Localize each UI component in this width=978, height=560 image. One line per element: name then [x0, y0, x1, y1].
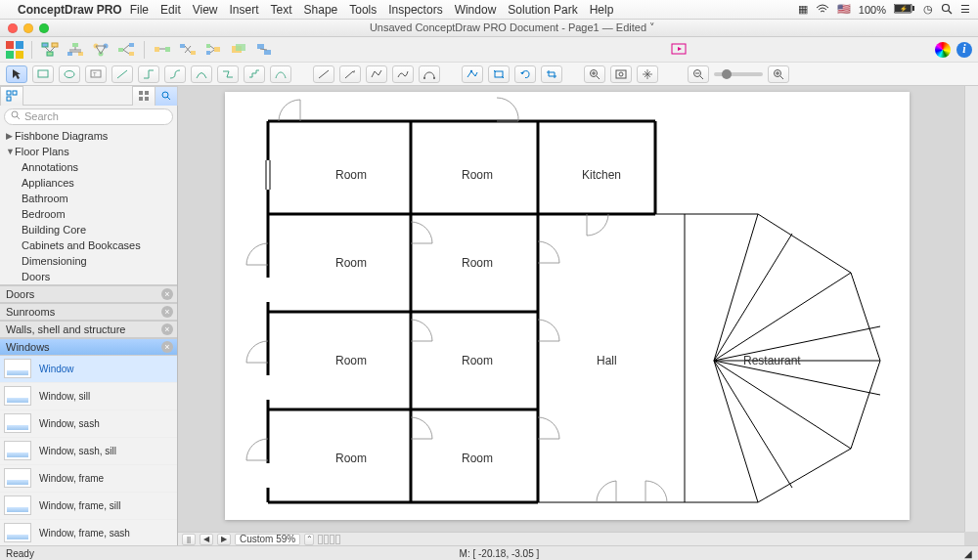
tree-item[interactable]: Bathroom [0, 191, 177, 206]
page-next[interactable]: ▶ [217, 534, 231, 545]
view-mode-buttons[interactable] [318, 535, 340, 544]
menubar-battery-icon[interactable]: ⚡ [894, 4, 915, 16]
close-icon[interactable]: × [161, 288, 173, 300]
tool-transform[interactable] [488, 65, 510, 83]
menubar-list-icon[interactable]: ☰ [960, 3, 970, 16]
tool-rotate[interactable] [514, 65, 536, 83]
drawing-page[interactable]: Room Room Kitchen Room Room Room Room Ha… [225, 92, 910, 520]
zoom-readout[interactable]: Custom 59% [235, 534, 300, 545]
app-name[interactable]: ConceptDraw PRO [18, 3, 122, 17]
tool-zoom-out[interactable] [688, 65, 709, 83]
tree-item[interactable]: Annotations [0, 159, 177, 175]
menubar-grid-icon[interactable]: ▦ [798, 3, 808, 16]
menu-file[interactable]: File [130, 3, 149, 17]
tree-item[interactable]: Building Core [0, 222, 177, 237]
tool-zoom-in2[interactable] [768, 65, 789, 83]
menubar-wifi-icon[interactable] [816, 4, 829, 16]
shape-item[interactable]: Window, sill [0, 383, 177, 410]
tree-item[interactable]: Bedroom [0, 206, 177, 222]
menu-inspectors[interactable]: Inspectors [388, 3, 442, 17]
section-windows[interactable]: Windows× [0, 338, 177, 356]
traffic-close[interactable] [8, 23, 18, 33]
zoom-slider[interactable] [714, 72, 763, 76]
menu-tools[interactable]: Tools [349, 3, 377, 17]
tree-item[interactable]: ▶Fishbone Diagrams [0, 128, 177, 144]
tool-connector-step[interactable] [244, 65, 265, 83]
scrollbar-vertical[interactable] [964, 86, 978, 532]
tool-connector-s[interactable] [164, 65, 186, 83]
app-logo-icon[interactable] [6, 41, 23, 59]
tool-draw-poly[interactable] [366, 65, 387, 83]
tree-item[interactable]: Appliances [0, 175, 177, 191]
tool-pointer[interactable] [6, 65, 27, 83]
tool-presentation-icon[interactable] [669, 41, 689, 59]
section-walls[interactable]: Walls, shell and structure× [0, 321, 177, 338]
tool-connector-z[interactable] [217, 65, 239, 83]
tree-item[interactable]: Doors [0, 269, 177, 285]
menu-edit[interactable]: Edit [160, 3, 181, 17]
sidebar-tab-search[interactable] [155, 86, 178, 106]
shape-item[interactable]: Window, sash, sill [0, 438, 177, 465]
tool-ellipse[interactable] [59, 65, 80, 83]
sidebar-tab-grid[interactable] [132, 86, 156, 106]
page-first[interactable]: || [182, 534, 196, 545]
canvas-area[interactable]: Room Room Kitchen Room Room Room Room Ha… [178, 86, 978, 545]
tool-arrange-icon[interactable] [203, 41, 223, 59]
tool-chain-icon[interactable] [153, 41, 172, 59]
tool-tree-icon[interactable] [116, 41, 136, 59]
menu-solution-park[interactable]: Solution Park [508, 3, 577, 17]
tool-draw-line[interactable] [313, 65, 334, 83]
info-icon[interactable]: i [956, 42, 972, 58]
tool-clone-icon[interactable] [254, 41, 274, 59]
tool-swap-icon[interactable] [178, 41, 198, 59]
menu-view[interactable]: View [193, 3, 218, 17]
menu-help[interactable]: Help [590, 3, 614, 17]
menu-shape[interactable]: Shape [304, 3, 338, 17]
close-icon[interactable]: × [161, 323, 173, 335]
tool-connector-curve[interactable] [270, 65, 291, 83]
menu-insert[interactable]: Insert [230, 3, 259, 17]
menu-window[interactable]: Window [455, 3, 497, 17]
shape-item[interactable]: Window, frame, sash [0, 520, 177, 545]
zoom-stepper[interactable]: ⌃ [304, 534, 314, 545]
close-icon[interactable]: × [161, 341, 173, 353]
tool-line1[interactable] [111, 65, 133, 83]
tool-draw-arrow[interactable] [339, 65, 361, 83]
tool-flowchart-icon[interactable] [40, 41, 60, 59]
tool-draw-spline[interactable] [392, 65, 414, 83]
traffic-zoom[interactable] [39, 23, 49, 33]
close-icon[interactable]: × [161, 306, 173, 318]
tool-zoom-fit[interactable] [610, 65, 632, 83]
shape-item[interactable]: Window, frame, sill [0, 493, 177, 520]
tree-item[interactable]: Cabinets and Bookcases [0, 237, 177, 253]
shape-item[interactable]: Window, frame [0, 465, 177, 493]
menubar-clock-icon[interactable]: ◷ [923, 3, 933, 16]
page-prev[interactable]: ◀ [200, 534, 213, 545]
color-wheel-icon[interactable] [935, 42, 951, 58]
tool-layers-icon[interactable] [229, 41, 248, 59]
tool-zoom-in[interactable] [584, 65, 605, 83]
tool-orgchart-icon[interactable] [66, 41, 85, 59]
traffic-minimize[interactable] [23, 23, 33, 33]
tool-network-icon[interactable] [91, 41, 111, 59]
tool-edit-points[interactable] [462, 65, 483, 83]
shape-item[interactable]: Window, sash [0, 410, 177, 438]
tree-item[interactable]: ▼Floor Plans [0, 144, 177, 159]
menu-text[interactable]: Text [271, 3, 292, 17]
tool-pan[interactable] [637, 65, 658, 83]
shape-item[interactable]: Window [0, 356, 177, 383]
tree-item[interactable]: Dimensioning [0, 253, 177, 269]
tool-connector-l[interactable] [138, 65, 159, 83]
sidebar-tab-1[interactable] [0, 86, 23, 106]
menubar-flag-icon[interactable]: 🇺🇸 [837, 3, 851, 16]
section-doors[interactable]: Doors× [0, 285, 177, 303]
section-sunrooms[interactable]: Sunrooms× [0, 303, 177, 321]
tool-textbox[interactable]: T [85, 65, 107, 83]
library-search-input[interactable]: Search [4, 108, 173, 125]
status-resize-icon[interactable]: ◢ [964, 548, 972, 559]
tool-rect[interactable] [32, 65, 54, 83]
menubar-search-icon[interactable] [941, 3, 953, 17]
tool-crop[interactable] [541, 65, 562, 83]
tool-connector-arc[interactable] [191, 65, 212, 83]
tool-draw-bezier[interactable] [419, 65, 440, 83]
